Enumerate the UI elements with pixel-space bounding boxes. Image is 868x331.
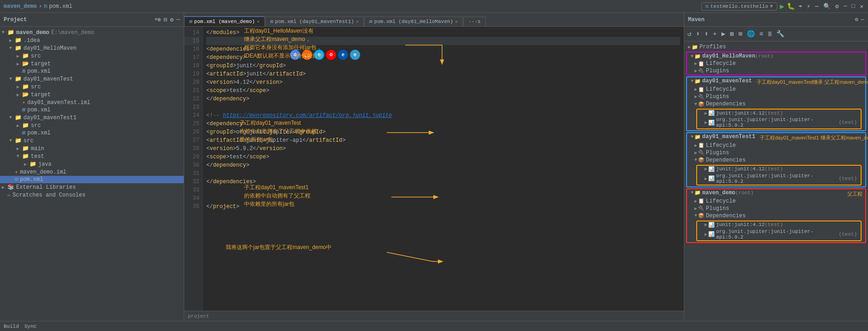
maven-day01-test-plugins[interactable]: ▶ 🔌 Plugins — [687, 93, 865, 100]
tree-label-main1: main — [31, 145, 44, 152]
minimize-button[interactable]: ─ — [843, 2, 848, 11]
maven-demo-item[interactable]: ▼ 📁 maven_demo (root) — [687, 189, 846, 197]
tree-item-day01-test1[interactable]: ▼ 📁 day01_mavenTest1 — [0, 114, 184, 122]
maven-day01-test-item[interactable]: ▼ 📁 day01_mavenTest — [687, 77, 756, 85]
tree-item-main1[interactable]: ▶ 📁 main — [0, 145, 184, 152]
maven-upload-icon[interactable]: ⬆ — [703, 29, 710, 39]
code-bracket-17b: > — [243, 54, 246, 61]
tree-item-src2[interactable]: ▶ 📁 src — [0, 83, 184, 91]
maven-day01-hello-lifecycle[interactable]: ▶ 📋 Lifecycle — [687, 60, 865, 67]
run-button[interactable]: ▶ — [780, 2, 785, 11]
tab-pom-maven-demo[interactable]: m pom.xml (maven_demo) ✕ — [184, 16, 265, 26]
maven-demo-deps-header[interactable]: ▼ 📦 Dependencies — [687, 212, 865, 220]
tab-pom-day01-test1[interactable]: m pom.xml (day01_mavenTest1) ✕ — [265, 17, 364, 26]
project-name[interactable]: maven_demo — [4, 3, 37, 10]
run-config[interactable]: m testHello.testhello ▼ — [701, 2, 777, 11]
debug-button[interactable]: 🐛 — [787, 2, 795, 10]
maven-add-icon[interactable]: + — [711, 29, 718, 39]
maven-demo-plugins[interactable]: ▶ 🔌 Plugins — [687, 205, 865, 212]
status-sync[interactable]: Sync — [24, 324, 36, 329]
maven-dep6-item[interactable]: ▶ 📊 org.junit.jupiter:junit-jupiter-api:… — [697, 228, 861, 240]
maven-dep3-icon: 📊 — [708, 166, 715, 172]
maven-web-icon[interactable]: 🌐 — [746, 29, 756, 39]
maximize-button[interactable]: □ — [851, 2, 856, 11]
maven-dep4-item[interactable]: ▶ 📊 org.junit.jupiter:junit-jupiter-api:… — [697, 173, 861, 185]
code-line-24: <!-- https://mvnrepository.com/artifact/… — [206, 111, 680, 120]
maven-day01-test-lifecycle[interactable]: ▶ 📋 Lifecycle — [687, 86, 865, 93]
maven-test1-plugins-arrow: ▶ — [694, 150, 697, 156]
tree-item-maveniml[interactable]: ✦ maven_demo.iml — [0, 168, 184, 176]
tree-item-pom2[interactable]: m pom.xml — [0, 106, 184, 114]
maven-list-icon[interactable]: ≡ — [758, 29, 764, 39]
tree-arrow-idea: ▶ — [9, 38, 15, 43]
maven-day01-test1-plugins[interactable]: ▶ 🔌 Plugins — [687, 149, 865, 157]
tree-item-pom3[interactable]: m pom.xml — [0, 129, 184, 137]
tree-item-pom1[interactable]: m pom.xml — [0, 68, 184, 75]
tab-more[interactable]: ···s — [463, 17, 485, 26]
coverage-button[interactable]: ☂ — [798, 2, 803, 11]
maven-day01-hello-item[interactable]: ▼ 📁 day01_HelloMaven (root) — [687, 52, 865, 60]
tree-item-ext-libs[interactable]: ▶ 📚 External Libraries — [0, 183, 184, 191]
tab-close-2[interactable]: ✕ — [356, 19, 359, 24]
maven-profiles-icon: 📁 — [692, 44, 698, 50]
tree-item-day01-hello[interactable]: ▼ 📁 day01_HelloMaven — [0, 44, 184, 52]
maven-dep2-icon: 📊 — [708, 120, 715, 126]
maven-dep2-item[interactable]: ▶ 📊 org.junit.jupiter:junit-jupiter-api:… — [697, 116, 861, 128]
maven-dep1-item[interactable]: ▶ 📊 junit:junit:4.12 (test) — [697, 110, 861, 116]
tree-item-src3[interactable]: ▶ 📁 src — [0, 122, 184, 129]
code-tag-28a: version — [210, 145, 233, 152]
maven-dep5-item[interactable]: ▶ 📊 junit:junit:4.12 (test) — [697, 221, 861, 228]
code-bracket-26d: > — [322, 129, 326, 135]
tree-arrow-test1: ▼ — [17, 154, 22, 159]
maven-refresh-icon[interactable]: ↺ — [686, 29, 693, 39]
settings-icon[interactable]: ⚙ — [170, 16, 174, 23]
tree-item-iml1[interactable]: ✦ day01_mavenTest.iml — [0, 99, 184, 106]
maven-minimize-icon[interactable]: — — [861, 17, 864, 23]
profile-button[interactable]: ⚡ — [806, 2, 811, 11]
maven-download-icon[interactable]: ⬇ — [694, 29, 701, 39]
code-editor[interactable]: </modules> <dependencies> <dependency> <… — [203, 27, 684, 311]
tab-pom-day01-hello[interactable]: m pom.xml (day01_HelloMaven) ✕ — [364, 17, 463, 26]
maven-demo-label: maven_demo — [702, 190, 735, 196]
tab-close-3[interactable]: ✕ — [455, 19, 458, 24]
maven-day01-hello-plugins[interactable]: ▶ 🔌 Plugins — [687, 67, 865, 75]
collapse-icon[interactable]: ⊟ — [164, 16, 168, 23]
maven-profiles-item[interactable]: ▶ 📁 Profiles — [684, 43, 868, 51]
tree-item-src1[interactable]: ▶ 📁 src — [0, 52, 184, 60]
maven-day01-test1-deps-header[interactable]: ▼ 📦 Dependencies — [687, 157, 865, 164]
maven-day01-test-deps-header[interactable]: ▼ 📦 Dependencies — [687, 100, 865, 108]
tree-item-pom-main[interactable]: m pom.xml — [0, 176, 184, 183]
close-sidebar-icon[interactable]: — — [176, 16, 180, 23]
code-line-26: <groupId>org.junit.jupiter</groupId> — [206, 128, 680, 136]
more-button[interactable]: ⋯ — [814, 2, 820, 11]
tree-item-day01-test[interactable]: ▼ 📁 day01_mavenTest — [0, 75, 184, 83]
day01-hello-folder-icon: 📁 — [15, 45, 22, 52]
maven-day01-test1-lifecycle[interactable]: ▶ 📋 Lifecycle — [687, 142, 865, 149]
add-icon[interactable]: ⊕ — [157, 16, 161, 23]
find-button[interactable]: 🔍 — [822, 2, 832, 11]
maven-grid-icon[interactable]: ⊞ — [737, 29, 744, 39]
tree-item-idea[interactable]: ▶ 📁 .idea — [0, 36, 184, 44]
tab-close-1[interactable]: ✕ — [257, 19, 260, 24]
maven-sort-icon[interactable]: ≣ — [766, 29, 773, 39]
status-build[interactable]: Build — [4, 324, 19, 329]
close-button[interactable]: ✕ — [859, 2, 864, 11]
maven-demo-lifecycle[interactable]: ▶ 📋 Lifecycle — [687, 197, 865, 205]
tree-item-java1[interactable]: ▶ 📁 java — [0, 160, 184, 168]
settings-button[interactable]: ⚙ — [834, 2, 840, 11]
maven-run-icon[interactable]: ▶ — [720, 29, 727, 39]
editor-tabs: m pom.xml (maven_demo) ✕ m pom.xml (day0… — [184, 13, 684, 27]
code-tag-21a: scope — [210, 87, 226, 94]
tree-item-scratches[interactable]: ✏ Scratches and Consoles — [0, 191, 184, 199]
tree-item-target1[interactable]: ▶ 📂 target — [0, 60, 184, 68]
tree-item-test1[interactable]: ▼ 📁 test — [0, 152, 184, 160]
maven-m-icon[interactable]: m — [728, 29, 735, 39]
maven-dep2-arrow: ▶ — [705, 120, 707, 125]
maven-settings-icon[interactable]: ⚙ — [855, 16, 858, 23]
maven-day01-test1-item[interactable]: ▼ 📁 day01_mavenTest1 — [687, 133, 759, 140]
tree-item-maven-demo[interactable]: ▼ 📁 maven_demo E:\maven_demo — [0, 29, 184, 36]
maven-wrench-icon[interactable]: 🔧 — [775, 29, 786, 39]
tree-item-src-main[interactable]: ▼ 📁 src — [0, 137, 184, 145]
tree-item-target2[interactable]: ▶ 📂 target — [0, 91, 184, 99]
maven-dep3-item[interactable]: ▶ 📊 junit:junit:4.12 (test) — [697, 166, 861, 173]
